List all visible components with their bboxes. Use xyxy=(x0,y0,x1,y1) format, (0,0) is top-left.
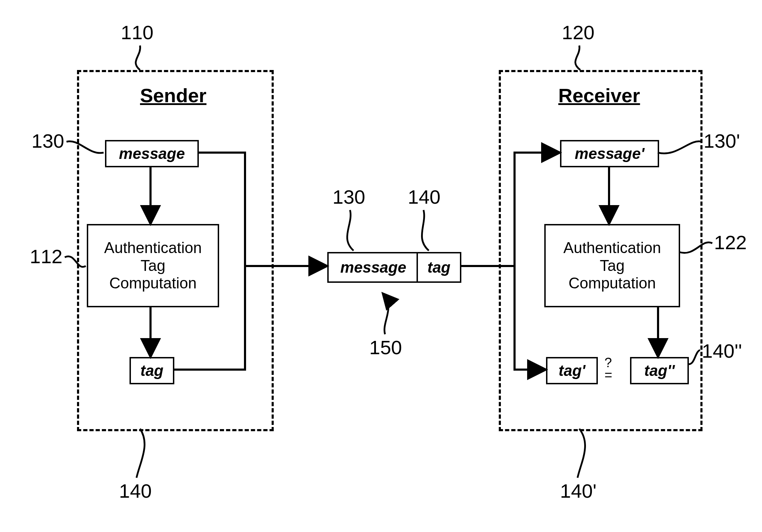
receiver-auth-box: Authentication Tag Computation xyxy=(544,224,680,307)
compare-symbol: ? = xyxy=(604,356,612,382)
packet-tag-box: tag xyxy=(417,252,461,283)
ref-130p: 130' xyxy=(704,130,740,152)
ref-110: 110 xyxy=(121,21,153,44)
receiver-tagdouble-box: tag'' xyxy=(630,357,689,384)
sender-tag-box: tag xyxy=(130,357,174,384)
ref-140-packet: 140 xyxy=(408,186,440,208)
ref-120: 120 xyxy=(562,21,594,44)
sender-title: Sender xyxy=(140,84,207,107)
ref-122: 122 xyxy=(714,231,747,254)
receiver-tagprime-box: tag' xyxy=(546,357,598,384)
ref-140pp: 140'' xyxy=(702,340,742,362)
packet-message-box: message xyxy=(327,252,419,283)
ref-140p: 140' xyxy=(560,479,596,502)
ref-150: 150 xyxy=(369,336,402,359)
ref-130-sender: 130 xyxy=(32,130,64,152)
sender-message-box: message xyxy=(105,140,199,167)
sender-auth-box: Authentication Tag Computation xyxy=(87,224,219,307)
ref-140-sender: 140 xyxy=(119,479,152,502)
receiver-title: Receiver xyxy=(558,84,640,107)
ref-112: 112 xyxy=(30,245,62,268)
ref-130-packet: 130 xyxy=(333,186,365,208)
receiver-message-box: message' xyxy=(560,140,659,167)
diagram-canvas: Sender Receiver message Authentication T… xyxy=(0,0,762,532)
